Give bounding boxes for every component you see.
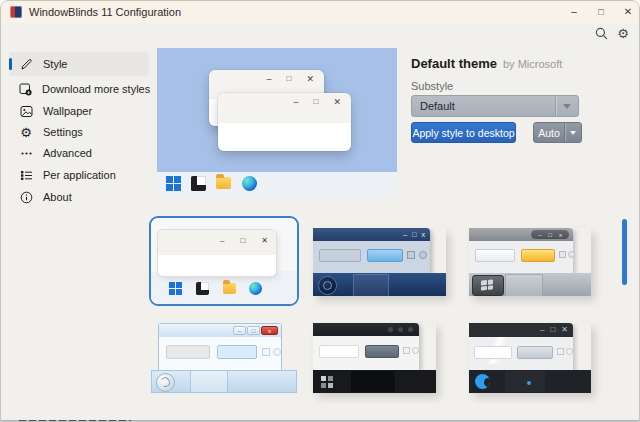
sidebar-item-label: Wallpaper — [43, 105, 92, 117]
skin-taskbar — [313, 273, 446, 296]
pencil-icon — [19, 57, 33, 71]
wallpaper-icon — [19, 104, 33, 118]
minimize-button[interactable]: – — [559, 1, 589, 23]
mini-minimize-glyph: – — [403, 230, 407, 239]
preview-window-front: – □ ✕ — [218, 93, 351, 151]
thumbnail-aero-light-blue-skin[interactable]: – □ x — [151, 323, 297, 393]
chevron-down-icon — [563, 104, 571, 109]
mini-close-glyph: x — [422, 230, 426, 239]
sidebar-item-about[interactable]: About — [9, 186, 149, 208]
mini-minimize-glyph: – — [267, 74, 272, 84]
edge-browser-icon — [249, 282, 262, 295]
windows-logo-icon — [166, 176, 181, 191]
sidebar-item-wallpaper[interactable]: Wallpaper — [9, 100, 149, 122]
thumbnail-default-theme-selected[interactable]: – □ ✕ — [149, 216, 299, 306]
start-orb-icon — [156, 373, 175, 392]
windowblinds-taskbar-icon — [191, 176, 206, 191]
taskbar-dot-icon — [527, 381, 531, 385]
close-button[interactable]: ✕ — [613, 1, 640, 23]
skin-taskbar — [151, 370, 297, 393]
skin-taskbar — [469, 273, 591, 296]
thumbnail-silver-gold-skin[interactable]: – □ x — [469, 228, 591, 296]
thumbnail-graphite-dark-skin[interactable]: – □ ✕ — [469, 323, 591, 393]
window-title: WindowBlinds 11 Configuration — [29, 1, 181, 23]
mini-minimize-glyph: – — [294, 97, 299, 107]
mini-maximize-glyph: □ — [287, 74, 292, 84]
skin-taskbar — [313, 370, 436, 393]
sidebar-item-style[interactable]: Style — [9, 52, 149, 76]
file-explorer-folder-icon — [216, 177, 231, 189]
windowblinds-taskbar-icon — [196, 282, 209, 295]
substyle-selected-value: Default — [420, 100, 555, 112]
auto-split-button[interactable]: Auto — [533, 122, 582, 143]
info-icon — [19, 190, 33, 204]
substyle-label: Substyle — [411, 80, 453, 92]
mini-minimize-glyph: – — [540, 325, 544, 335]
sidebar-item-label: Style — [43, 58, 67, 70]
mini-window-buttons — [388, 327, 413, 332]
pixel-squares-icon — [321, 376, 326, 381]
sidebar-item-settings[interactable]: ⚙ Settings — [9, 121, 149, 143]
mini-maximize-button: □ — [247, 326, 260, 335]
theme-preview: – □ ✕ – □ ✕ — [157, 48, 397, 196]
mini-close-glyph: x — [559, 232, 562, 238]
theme-title: Default themeby Microsoft — [411, 56, 562, 71]
title-bar: WindowBlinds 11 Configuration – □ ✕ — [1, 1, 640, 23]
download-styles-icon — [19, 82, 32, 96]
mini-maximize-glyph: □ — [240, 236, 245, 245]
theme-name: Default theme — [411, 56, 497, 71]
preview-taskbar — [157, 172, 397, 196]
file-explorer-folder-icon — [223, 283, 236, 294]
dropdown-arrow[interactable] — [555, 96, 578, 116]
theme-author: by Microsoft — [503, 58, 562, 70]
mini-close-glyph: ✕ — [333, 97, 341, 107]
sidebar-item-advanced[interactable]: Advanced — [9, 142, 149, 164]
sidebar-item-download-more-styles[interactable]: Download more styles — [9, 78, 149, 100]
chevron-down-icon — [570, 131, 576, 135]
gear-icon: ⚙ — [19, 125, 33, 139]
apply-style-button[interactable]: Apply style to desktop — [411, 122, 516, 143]
auto-dropdown-arrow[interactable] — [564, 123, 581, 142]
substyle-dropdown[interactable]: Default — [411, 95, 579, 117]
blue-circle-logo-icon — [475, 374, 490, 389]
auto-button-label[interactable]: Auto — [534, 123, 564, 142]
mini-minimize-button: – — [233, 326, 246, 335]
windowblinds-app-icon — [10, 6, 22, 18]
mini-minimize-glyph: – — [538, 232, 541, 238]
ellipsis-icon — [19, 146, 33, 160]
mini-maximize-glyph: □ — [548, 232, 552, 238]
mini-close-glyph: ✕ — [561, 325, 568, 335]
mini-close-button: x — [261, 326, 278, 335]
thumbnail-navy-blue-skin[interactable]: – □ x — [313, 228, 446, 296]
sidebar-item-per-application[interactable]: Per application — [9, 164, 149, 186]
edge-browser-icon — [242, 176, 257, 191]
search-icon[interactable] — [592, 24, 610, 42]
sidebar-item-label: Download more styles — [42, 83, 150, 95]
mini-maximize-glyph: □ — [314, 97, 319, 107]
windows-logo-icon — [169, 282, 182, 295]
gear-icon[interactable]: ⚙ — [614, 24, 632, 42]
start-orb-icon — [318, 276, 337, 295]
start-button-icon — [472, 275, 504, 296]
scrollbar-thumb[interactable] — [622, 219, 627, 285]
mini-close-glyph: ✕ — [261, 236, 268, 245]
per-application-icon — [19, 168, 33, 182]
thumbnail-black-dark-skin[interactable] — [313, 323, 436, 393]
mini-minimize-glyph: – — [220, 236, 224, 245]
mini-close-glyph: ✕ — [306, 74, 314, 84]
sidebar-item-label: Advanced — [43, 147, 92, 159]
sidebar-item-label: About — [43, 191, 72, 203]
maximize-button[interactable]: □ — [586, 1, 616, 23]
mini-maximize-glyph: □ — [412, 230, 416, 239]
windowblinds-configuration-window: WindowBlinds 11 Configuration – □ ✕ ⚙ St… — [0, 0, 640, 422]
sidebar-item-label: Settings — [43, 126, 83, 138]
thumbnail-preview-image: – □ ✕ — [151, 218, 297, 304]
mini-maximize-glyph: □ — [550, 325, 555, 335]
sidebar-item-label: Per application — [43, 169, 116, 181]
